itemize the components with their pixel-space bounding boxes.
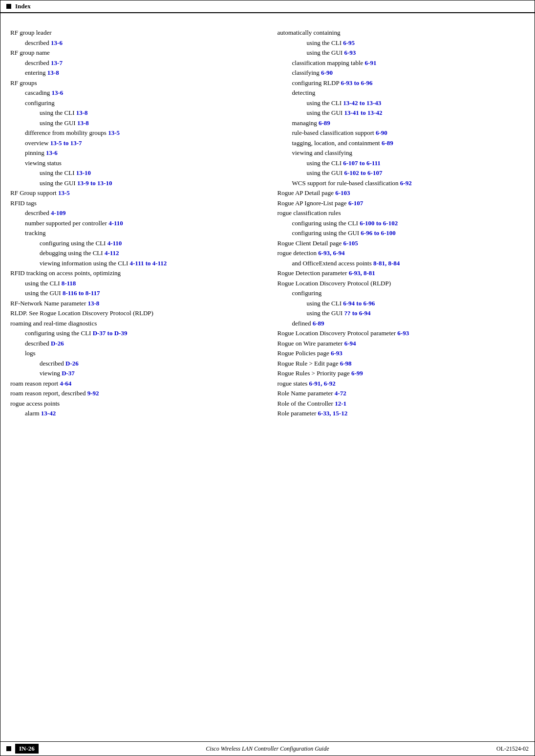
entry-link[interactable]: 13-42 xyxy=(41,410,56,417)
entry-text: rogue detection xyxy=(278,249,319,257)
entry-link[interactable]: 6-89 xyxy=(313,320,324,327)
entry-link[interactable]: 6-96 to 6-100 xyxy=(361,229,396,237)
entry-link[interactable]: 6-90 xyxy=(376,129,387,136)
entry-text: debugging using the CLI xyxy=(40,249,105,257)
list-item: using the GUI 13-9 to 13-10 xyxy=(10,178,258,188)
entry-text: automatically containing xyxy=(278,29,341,36)
entry-link[interactable]: 6-91, 6-92 xyxy=(309,380,335,387)
list-item: debugging using the CLI 4-112 xyxy=(10,248,258,258)
entry-text: using the GUI xyxy=(307,109,344,116)
list-item: Role parameter 6-33, 15-12 xyxy=(278,409,525,418)
entry-link[interactable]: 13-8 xyxy=(47,69,59,76)
list-item: using the CLI 8-118 xyxy=(10,279,258,288)
entry-link[interactable]: 4-72 xyxy=(335,389,346,397)
entry-link[interactable]: 4-110 xyxy=(108,219,123,227)
entry-link[interactable]: 6-102 to 6-107 xyxy=(344,169,382,176)
entry-link[interactable]: 13-6 xyxy=(51,39,63,46)
entry-text: roaming and real-time diagnostics xyxy=(10,320,97,327)
entry-link[interactable]: 4-110 xyxy=(107,239,122,247)
entry-link[interactable]: 6-103 xyxy=(335,189,350,196)
entry-link[interactable]: 13-8 xyxy=(76,109,88,116)
entry-link[interactable]: 13-9 to 13-10 xyxy=(77,179,112,187)
entry-link[interactable]: 6-93 xyxy=(331,349,342,357)
entry-text: RLDP. See Rogue Location Discovery Proto… xyxy=(10,309,153,317)
entry-link[interactable]: 13-5 to 13-7 xyxy=(50,139,82,147)
entry-text: roam reason report, described xyxy=(10,389,87,397)
entry-link[interactable]: 13-10 xyxy=(76,169,91,176)
list-item: Rogue Rules > Priority page 6-99 xyxy=(278,368,525,378)
entry-link[interactable]: D-37 to D-39 xyxy=(93,329,128,337)
entry-link[interactable]: 13-8 xyxy=(77,119,89,127)
list-item: described 4-109 xyxy=(10,208,258,218)
entry-link[interactable]: 6-98 xyxy=(340,360,352,367)
entry-text: number supported per controller xyxy=(25,219,108,227)
entry-link[interactable]: 4-112 xyxy=(105,249,119,257)
entry-text: Role parameter xyxy=(278,410,318,417)
entry-link[interactable]: D-26 xyxy=(65,360,79,367)
entry-link[interactable]: 6-107 xyxy=(348,199,363,207)
entry-link[interactable]: 6-89 xyxy=(319,119,330,127)
entry-link[interactable]: 6-92 xyxy=(400,179,412,187)
entry-link[interactable]: 6-93, 8-81 xyxy=(349,269,375,277)
entry-link[interactable]: 6-93 xyxy=(397,329,409,337)
list-item: Rogue Location Discovery Protocol (RLDP) xyxy=(278,279,525,288)
list-item: RF group leader xyxy=(10,28,258,38)
header-marker xyxy=(6,4,11,9)
list-item: Rogue Detection parameter 6-93, 8-81 xyxy=(278,268,525,278)
entry-text: viewing and classifying xyxy=(292,149,352,156)
list-item: and OfficeExtend access points 8-81, 8-8… xyxy=(278,259,525,268)
entry-link[interactable]: 13-7 xyxy=(51,59,63,66)
entry-link[interactable]: 6-94 xyxy=(344,340,356,347)
list-item: tracking xyxy=(10,228,258,238)
entry-link[interactable]: D-37 xyxy=(62,369,75,377)
entry-link[interactable]: 6-105 xyxy=(343,239,358,247)
footer-center-text: Cisco Wireless LAN Controller Configurat… xyxy=(206,745,329,753)
entry-link[interactable]: 8-116 to 8-117 xyxy=(63,289,100,297)
entry-link[interactable]: 6-94 to 6-96 xyxy=(343,300,375,307)
entry-link[interactable]: D-26 xyxy=(51,340,64,347)
entry-link[interactable]: 6-107 to 6-111 xyxy=(343,159,381,167)
entry-link[interactable]: 6-93 to 6-96 xyxy=(341,79,372,86)
entry-link[interactable]: ?? to 6-94 xyxy=(344,309,370,317)
list-item: tagging, location, and containment 6-89 xyxy=(278,138,525,148)
entry-link[interactable]: 8-118 xyxy=(62,280,76,287)
entry-link[interactable]: 6-33, 15-12 xyxy=(318,410,348,417)
entry-link[interactable]: 8-81, 8-84 xyxy=(373,259,400,267)
entry-link[interactable]: 13-8 xyxy=(87,300,99,307)
entry-text: configuring using the CLI xyxy=(292,219,360,227)
entry-link[interactable]: 9-92 xyxy=(87,389,99,397)
entry-link[interactable]: 13-6 xyxy=(52,89,64,96)
entry-link[interactable]: 6-95 xyxy=(343,39,355,46)
list-item: Rogue Location Discovery Protocol parame… xyxy=(278,328,525,338)
entry-link[interactable]: 13-42 to 13-43 xyxy=(343,99,381,107)
entry-link[interactable]: 13-5 xyxy=(108,129,120,136)
entry-link[interactable]: 13-5 xyxy=(58,189,70,196)
entry-link[interactable]: 6-89 xyxy=(382,139,393,147)
entry-link[interactable]: 12-1 xyxy=(335,400,346,407)
entry-link[interactable]: 6-91 xyxy=(365,59,377,66)
list-item: viewing status xyxy=(10,158,258,168)
list-item: using the GUI ?? to 6-94 xyxy=(278,308,525,318)
entry-text: alarm xyxy=(25,410,41,417)
entry-link[interactable]: 4-109 xyxy=(51,209,65,216)
entry-text: RF group name xyxy=(10,49,50,56)
entry-link[interactable]: 13-6 xyxy=(46,149,58,156)
entry-link[interactable]: 4-111 to 4-112 xyxy=(130,259,167,267)
list-item: RF-Network Name parameter 13-8 xyxy=(10,299,258,308)
entry-text: using the GUI xyxy=(40,119,77,127)
entry-text: RFID tags xyxy=(10,199,37,207)
page-container: Index RF group leaderdescribed 13-6RF gr… xyxy=(0,0,535,756)
footer-marker xyxy=(6,746,11,751)
entry-link[interactable]: 6-99 xyxy=(351,369,363,377)
entry-link[interactable]: 13-41 to 13-42 xyxy=(344,109,382,116)
entry-text: classifying xyxy=(292,69,321,76)
list-item: logs xyxy=(10,348,258,358)
entry-link[interactable]: 4-64 xyxy=(60,380,71,387)
entry-link[interactable]: 6-100 to 6-102 xyxy=(360,219,398,227)
entry-text: Rogue Location Discovery Protocol (RLDP) xyxy=(278,280,391,287)
list-item: RF Group support 13-5 xyxy=(10,188,258,198)
entry-text: Rogue Detection parameter xyxy=(278,269,349,277)
entry-link[interactable]: 6-93, 6-94 xyxy=(318,249,344,257)
entry-link[interactable]: 6-93 xyxy=(344,49,356,56)
entry-link[interactable]: 6-90 xyxy=(321,69,333,76)
